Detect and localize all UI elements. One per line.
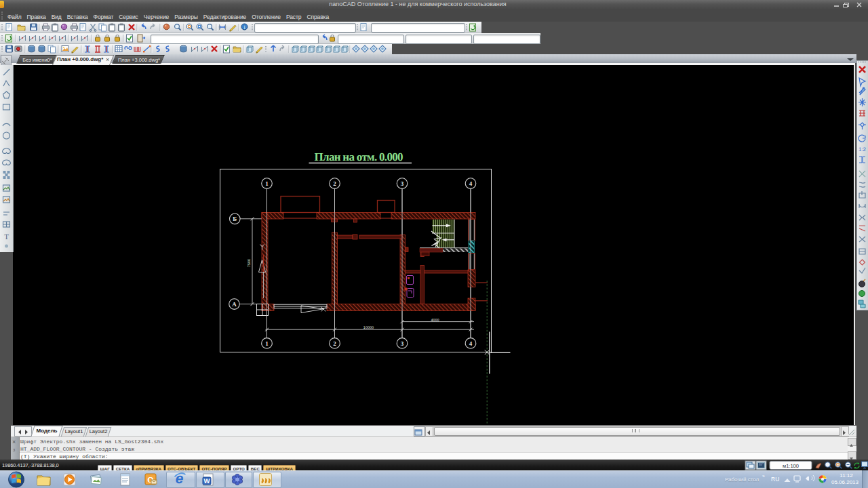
svg-text:T: T (4, 233, 9, 241)
svg-text:м1:100: м1:100 (783, 463, 799, 469)
svg-text:1: 1 (265, 340, 269, 347)
svg-text:W: W (204, 478, 210, 485)
svg-text:4000: 4000 (431, 319, 439, 323)
svg-text:1: 1 (265, 180, 269, 187)
svg-text:4: 4 (469, 180, 473, 187)
svg-text:Б: Б (233, 216, 237, 222)
svg-text:1:2: 1:2 (859, 146, 867, 152)
svg-text:План на отм. 0.000: План на отм. 0.000 (315, 150, 403, 163)
svg-text:А: А (232, 301, 237, 308)
svg-text:2: 2 (333, 340, 336, 347)
svg-text:2: 2 (333, 180, 336, 187)
svg-text:10000: 10000 (363, 326, 374, 330)
svg-text:3: 3 (401, 180, 404, 187)
svg-text:4: 4 (469, 340, 473, 347)
svg-text:3: 3 (401, 340, 404, 347)
svg-text:7500: 7500 (248, 259, 252, 267)
